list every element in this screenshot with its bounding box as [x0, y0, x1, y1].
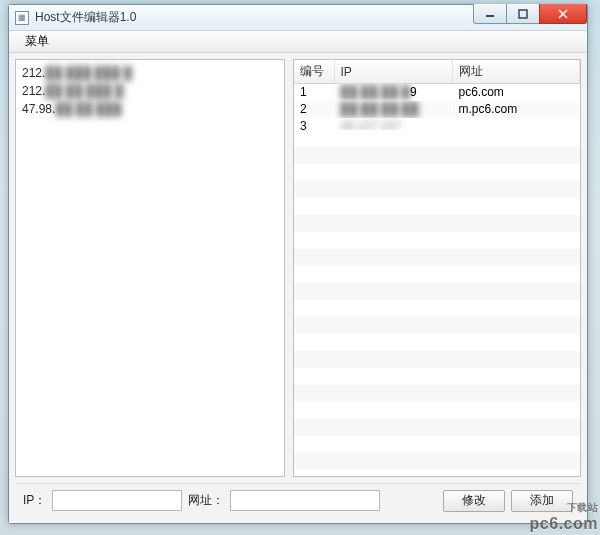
ip-list: 212.██ ███ ███ █ 212.██ ██ ███ █ 47.98.█…	[16, 60, 284, 122]
app-window: ▦ Host文件编辑器1.0 菜单 212.██ ███ ███ █	[8, 4, 588, 524]
close-button[interactable]	[539, 4, 587, 24]
table-row[interactable]	[294, 373, 580, 390]
url-label: 网址：	[188, 492, 224, 509]
list-blur: ██ ██ ███	[55, 102, 121, 116]
table-row[interactable]	[294, 458, 580, 475]
cell-ip: 48 127 157	[334, 118, 452, 135]
table-row[interactable]	[294, 220, 580, 237]
table-row[interactable]	[294, 339, 580, 356]
table-row[interactable]	[294, 152, 580, 169]
menu-main[interactable]: 菜单	[17, 31, 57, 52]
minimize-button[interactable]	[473, 4, 507, 24]
titlebar[interactable]: ▦ Host文件编辑器1.0	[9, 5, 587, 31]
table-row[interactable]	[294, 390, 580, 407]
table-row[interactable]	[294, 441, 580, 458]
table-row[interactable]	[294, 288, 580, 305]
left-pane[interactable]: 212.██ ███ ███ █ 212.██ ██ ███ █ 47.98.█…	[15, 59, 285, 477]
table-row[interactable]: 2 ██ ██ ██ ██ m.pc6.com	[294, 101, 580, 118]
table-row[interactable]	[294, 305, 580, 322]
col-header-num[interactable]: 编号	[294, 60, 334, 84]
table-row[interactable]	[294, 424, 580, 441]
ip-input[interactable]	[52, 490, 182, 511]
table-row[interactable]	[294, 169, 580, 186]
list-blur: ██ ███ ███ █	[45, 66, 132, 80]
list-blur: ██ ██ ███ █	[45, 84, 123, 98]
window-controls	[474, 4, 587, 24]
svg-rect-1	[519, 10, 527, 18]
cell-num: 1	[294, 84, 334, 101]
cell-url	[452, 118, 580, 135]
cell-url: m.pc6.com	[452, 101, 580, 118]
cell-num: 2	[294, 101, 334, 118]
col-header-ip[interactable]: IP	[334, 60, 452, 84]
table-row[interactable]: 3 48 127 157	[294, 118, 580, 135]
table-header-row: 编号 IP 网址	[294, 60, 580, 84]
window-title: Host文件编辑器1.0	[35, 9, 136, 26]
cell-url: pc6.com	[452, 84, 580, 101]
table-row[interactable]	[294, 254, 580, 271]
table-row[interactable]	[294, 271, 580, 288]
table-row[interactable]: 1 ██ ██ ██ █9 pc6.com	[294, 84, 580, 101]
col-header-url[interactable]: 网址	[452, 60, 580, 84]
list-item[interactable]: 47.98.██ ██ ███	[22, 100, 278, 118]
ip-label: IP：	[23, 492, 46, 509]
url-input[interactable]	[230, 490, 380, 511]
hosts-table: 编号 IP 网址 1 ██ ██ ██ █9 pc6.com	[294, 60, 580, 476]
add-button[interactable]: 添加	[511, 490, 573, 512]
modify-button[interactable]: 修改	[443, 490, 505, 512]
table-row[interactable]	[294, 356, 580, 373]
panes: 212.██ ███ ███ █ 212.██ ██ ███ █ 47.98.█…	[15, 59, 581, 477]
menubar: 菜单	[9, 31, 587, 53]
cell-ip: ██ ██ ██ █9	[334, 84, 452, 101]
list-prefix: 212.	[22, 66, 45, 80]
client-area: 212.██ ███ ███ █ 212.██ ██ ███ █ 47.98.█…	[9, 53, 587, 523]
table-row[interactable]	[294, 322, 580, 339]
maximize-button[interactable]	[506, 4, 540, 24]
table-row[interactable]	[294, 237, 580, 254]
cell-num: 3	[294, 118, 334, 135]
app-icon: ▦	[15, 11, 29, 25]
right-pane: 编号 IP 网址 1 ██ ██ ██ █9 pc6.com	[293, 59, 581, 477]
table-scroll[interactable]: 编号 IP 网址 1 ██ ██ ██ █9 pc6.com	[294, 60, 580, 476]
list-item[interactable]: 212.██ ███ ███ █	[22, 64, 278, 82]
table-row[interactable]	[294, 186, 580, 203]
table-row[interactable]	[294, 407, 580, 424]
bottom-bar: IP： 网址： 修改 添加	[15, 483, 581, 517]
table-row[interactable]	[294, 203, 580, 220]
table-row[interactable]	[294, 135, 580, 152]
list-item[interactable]: 212.██ ██ ███ █	[22, 82, 278, 100]
list-prefix: 212.	[22, 84, 45, 98]
table-row[interactable]	[294, 475, 580, 477]
cell-ip: ██ ██ ██ ██	[334, 101, 452, 118]
list-prefix: 47.98.	[22, 102, 55, 116]
